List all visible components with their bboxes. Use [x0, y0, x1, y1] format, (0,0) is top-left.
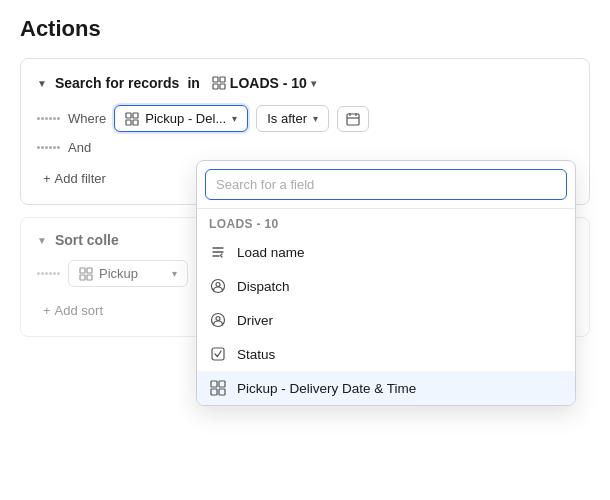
svg-rect-0	[213, 77, 218, 82]
dropdown-item-dispatch-label: Dispatch	[237, 279, 290, 294]
sort-field-chevron: ▾	[172, 268, 177, 279]
driver-user-circle-icon	[209, 311, 227, 329]
svg-rect-2	[213, 84, 218, 89]
and-label: And	[68, 140, 104, 155]
sort-card-label: Sort colle	[55, 232, 119, 248]
sort-collapse-icon[interactable]: ▼	[37, 235, 47, 246]
collection-name-text: LOADS - 10	[230, 75, 307, 91]
collapse-icon[interactable]: ▼	[37, 78, 47, 89]
svg-rect-5	[133, 113, 138, 118]
drag-handle-sort[interactable]	[37, 272, 60, 275]
collection-selector[interactable]: LOADS - 10 ▾	[208, 73, 320, 93]
and-filter-row: And	[37, 140, 573, 155]
where-label: Where	[68, 111, 106, 126]
dropdown-item-status[interactable]: Status	[197, 337, 575, 371]
dropdown-item-dispatch[interactable]: Dispatch	[197, 269, 575, 303]
svg-point-19	[216, 317, 220, 321]
dropdown-item-driver[interactable]: Driver	[197, 303, 575, 337]
field-icon-where	[125, 112, 139, 126]
field-dropdown: LOADS - 10 Load name Dispatch	[196, 160, 576, 406]
svg-rect-13	[87, 268, 92, 273]
svg-rect-23	[211, 389, 217, 395]
add-filter-button[interactable]: + Add filter	[37, 167, 112, 190]
svg-rect-15	[87, 275, 92, 280]
operator-text: Is after	[267, 111, 307, 126]
svg-rect-4	[126, 113, 131, 118]
calendar-icon	[346, 112, 360, 126]
value-selector[interactable]	[337, 106, 369, 132]
svg-rect-21	[211, 381, 217, 387]
field-selector-where[interactable]: Pickup - Del... ▾	[114, 105, 248, 132]
search-wrapper	[197, 161, 575, 209]
operator-chevron: ▾	[313, 113, 318, 124]
text-icon	[209, 243, 227, 261]
sort-field-text: Pickup	[99, 266, 166, 281]
svg-rect-22	[219, 381, 225, 387]
svg-rect-1	[220, 77, 225, 82]
drag-handle-and[interactable]	[37, 146, 60, 149]
add-icon: +	[43, 171, 51, 186]
dropdown-item-load-name[interactable]: Load name	[197, 235, 575, 269]
collection-chevron-icon: ▾	[311, 78, 316, 89]
dropdown-section-label: LOADS - 10	[197, 209, 575, 235]
svg-rect-20	[212, 348, 224, 360]
dropdown-item-load-name-label: Load name	[237, 245, 305, 260]
svg-rect-24	[219, 389, 225, 395]
operator-selector[interactable]: Is after ▾	[256, 105, 329, 132]
svg-point-17	[216, 283, 220, 287]
svg-rect-7	[133, 120, 138, 125]
add-sort-label: Add sort	[55, 303, 103, 318]
svg-rect-8	[347, 114, 359, 125]
grid-datetime-icon	[209, 379, 227, 397]
svg-rect-6	[126, 120, 131, 125]
dropdown-item-status-label: Status	[237, 347, 275, 362]
field-selector-where-text: Pickup - Del...	[145, 111, 226, 126]
field-search-input[interactable]	[205, 169, 567, 200]
add-filter-label: Add filter	[55, 171, 106, 186]
svg-rect-14	[80, 275, 85, 280]
user-circle-icon	[209, 277, 227, 295]
page-title: Actions	[20, 16, 590, 42]
dropdown-item-pickup-delivery-label: Pickup - Delivery Date & Time	[237, 381, 416, 396]
field-selector-chevron: ▾	[232, 113, 237, 124]
dropdown-item-pickup-delivery[interactable]: Pickup - Delivery Date & Time	[197, 371, 575, 405]
collection-icon	[212, 76, 226, 90]
checkbox-icon	[209, 345, 227, 363]
sort-field-icon	[79, 267, 93, 281]
svg-rect-12	[80, 268, 85, 273]
add-sort-button[interactable]: + Add sort	[37, 299, 109, 322]
where-filter-row: Where Pickup - Del... ▾ Is after ▾	[37, 105, 573, 132]
search-records-label: Search for records	[55, 75, 180, 91]
sort-field-selector[interactable]: Pickup ▾	[68, 260, 188, 287]
drag-handle-where[interactable]	[37, 117, 60, 120]
search-records-header: ▼ Search for records in LOADS - 10 ▾	[37, 73, 573, 93]
in-label: in	[187, 75, 199, 91]
add-sort-icon: +	[43, 303, 51, 318]
svg-rect-3	[220, 84, 225, 89]
dropdown-item-driver-label: Driver	[237, 313, 273, 328]
